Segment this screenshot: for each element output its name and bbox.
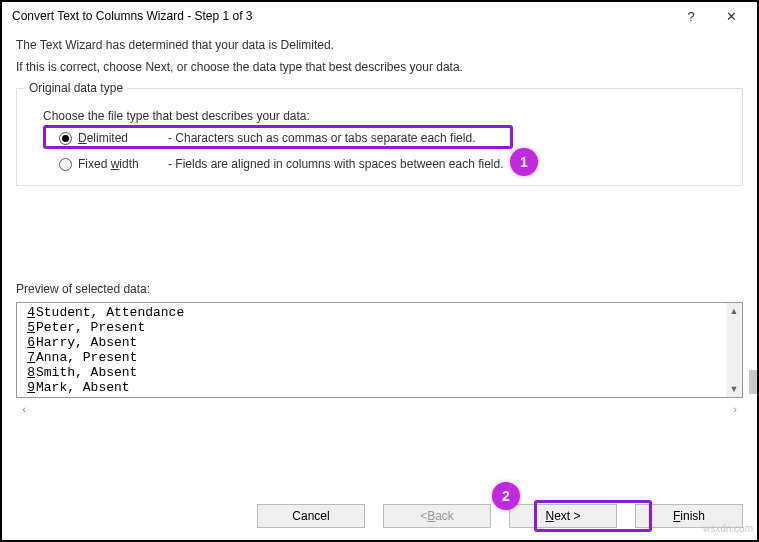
scroll-right-icon[interactable]: ›: [727, 403, 743, 415]
preview-row: 4Student, Attendance: [21, 305, 738, 320]
preview-label: Preview of selected data:: [16, 186, 743, 302]
radio-delimited-desc: - Characters such as commas or tabs sepa…: [168, 131, 475, 145]
original-data-type-group: Original data type Choose the file type …: [16, 88, 743, 186]
callout-1: 1: [510, 148, 538, 176]
intro-line-1: The Text Wizard has determined that your…: [16, 36, 743, 58]
preview-vertical-scrollbar[interactable]: ▲ ▼: [726, 303, 742, 397]
radio-fixed-width-label: Fixed width: [78, 157, 168, 171]
radio-icon: [59, 132, 72, 145]
preview-row: 5Peter, Present: [21, 320, 738, 335]
dialog-body: The Text Wizard has determined that your…: [2, 30, 757, 418]
preview-lines: 4Student, Attendance 5Peter, Present 6Ha…: [17, 303, 742, 397]
radio-delimited-label: Delimited: [78, 131, 168, 145]
help-button[interactable]: ?: [671, 3, 711, 29]
watermark: wsxdn.com: [703, 523, 753, 534]
radio-delimited[interactable]: Delimited - Characters such as commas or…: [29, 129, 730, 147]
scroll-down-icon[interactable]: ▼: [726, 381, 742, 397]
cancel-button[interactable]: Cancel: [257, 504, 365, 528]
preview-row: 6Harry, Absent: [21, 335, 738, 350]
choose-label: Choose the file type that best describes…: [29, 105, 730, 129]
preview-box: 4Student, Attendance 5Peter, Present 6Ha…: [16, 302, 743, 398]
titlebar: Convert Text to Columns Wizard - Step 1 …: [2, 2, 757, 30]
radio-fixed-width-desc: - Fields are aligned in columns with spa…: [168, 157, 504, 171]
preview-row: 7Anna, Present: [21, 350, 738, 365]
preview-row: 8Smith, Absent: [21, 365, 738, 380]
group-legend: Original data type: [25, 81, 127, 95]
scroll-left-icon[interactable]: ‹: [16, 403, 32, 415]
dialog-window: Convert Text to Columns Wizard - Step 1 …: [0, 0, 759, 542]
close-button[interactable]: ✕: [711, 3, 751, 29]
button-bar: Cancel < Back Next > Finish: [2, 504, 743, 528]
outer-scroll-thumb[interactable]: [749, 370, 757, 394]
radio-icon: [59, 158, 72, 171]
preview-horizontal-scrollbar[interactable]: ‹ ›: [16, 400, 743, 418]
callout-2: 2: [492, 482, 520, 510]
radio-fixed-width[interactable]: Fixed width - Fields are aligned in colu…: [29, 155, 730, 173]
back-button[interactable]: < Back: [383, 504, 491, 528]
preview-row: 9Mark, Absent: [21, 380, 738, 395]
scroll-up-icon[interactable]: ▲: [726, 303, 742, 319]
window-title: Convert Text to Columns Wizard - Step 1 …: [12, 9, 671, 23]
next-button[interactable]: Next >: [509, 504, 617, 528]
